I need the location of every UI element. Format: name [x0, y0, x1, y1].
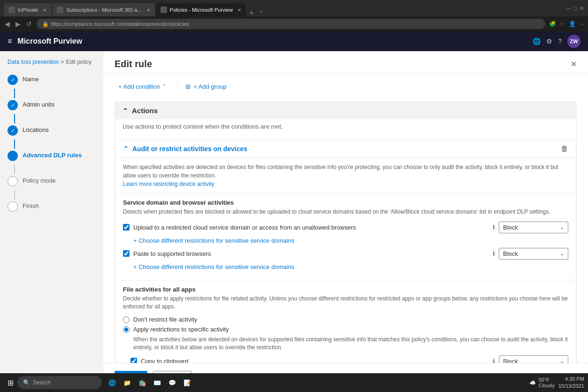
refresh-button[interactable]: ↺ [25, 19, 33, 29]
dont-restrict-label: Don't restrict file activity [133, 316, 197, 323]
dont-restrict-radio[interactable] [123, 316, 130, 323]
panel-close-button[interactable]: ✕ [571, 60, 577, 69]
settings-icon[interactable]: ··· [580, 21, 584, 27]
step-policy-label: Policy mode [23, 176, 56, 184]
hamburger-menu[interactable]: ≡ [8, 37, 12, 46]
step-name[interactable]: ✓ Name [8, 73, 95, 87]
step-locations-label: Locations [23, 125, 49, 133]
maximize-button[interactable]: □ [573, 5, 577, 12]
taskbar-search[interactable]: 🔍 Search [17, 376, 102, 389]
taskbar-mail[interactable]: ✉️ [151, 376, 164, 389]
browser-actions: 🧩 ☆ 👤 ··· [549, 21, 584, 27]
upload-dropdown-wrapper: Audit only Block Block with override [499, 222, 568, 233]
add-condition-label: + Add condition [118, 83, 160, 90]
upload-dropdown[interactable]: Audit only Block Block with override [499, 222, 568, 233]
upload-restriction-link[interactable]: + Choose different restrictions for sens… [133, 237, 568, 244]
service-domain-desc: Detects when protected files are blocked… [123, 208, 568, 216]
add-condition-chevron: ˅ [163, 83, 166, 90]
audit-header-collapse[interactable]: ⌃ Audit or restrict activities on device… [123, 145, 247, 153]
tab-policies-close[interactable]: ✕ [237, 8, 241, 13]
upload-info-icon[interactable]: ℹ [493, 224, 495, 231]
service-domain-title: Service domain and browser activities [123, 199, 568, 206]
user-avatar[interactable]: ZW [567, 35, 580, 48]
search-icon: 🔍 [23, 379, 30, 386]
tab-private[interactable]: InPrivate ✕ [4, 3, 51, 16]
actions-collapse-icon: ⌃ [122, 107, 128, 115]
start-button[interactable]: ⊞ [4, 377, 17, 389]
browser-tabs: InPrivate ✕ Subscriptions - Microsoft 36… [4, 0, 266, 16]
paste-info-icon[interactable]: ℹ [493, 250, 495, 257]
tab-chevron[interactable]: ˅ [257, 10, 266, 16]
step-finish-label: Finish [23, 201, 39, 209]
step-connector-2 [14, 114, 15, 123]
taskbar-edge[interactable]: 🌐 [106, 376, 119, 389]
favorites-icon[interactable]: ☆ [560, 21, 565, 27]
step-admin-units[interactable]: ✓ Admin units [8, 98, 95, 112]
breadcrumb-dlp-link[interactable]: Data loss prevention [8, 59, 59, 65]
step-locations[interactable]: ✓ Locations [8, 123, 95, 138]
extensions-icon[interactable]: 🧩 [549, 21, 556, 27]
tab-subscriptions-close[interactable]: ✕ [146, 8, 150, 13]
content-area: Data loss prevention > Edit policy ✓ Nam… [0, 51, 588, 392]
taskbar-explorer[interactable]: 📁 [121, 376, 134, 389]
panel-content: + Add condition ˅ ⊞ + Add group ⌃ Action… [103, 74, 588, 392]
weather-icon: ☁️ [529, 380, 536, 386]
paste-dropdown-wrapper: Audit only Block Block with override [499, 248, 568, 260]
tab-policies-label: Policies - Microsoft Purview [170, 7, 233, 13]
add-group-button[interactable]: ⊞ + Add group [177, 81, 230, 92]
step-advanced-label: Advanced DLP rules [23, 151, 82, 159]
forward-button[interactable]: ▶ [15, 19, 22, 29]
add-condition-button[interactable]: + Add condition ˅ [115, 81, 170, 92]
audit-delete-button[interactable]: 🗑 [561, 145, 568, 153]
audit-title: Audit or restrict activities on devices [132, 145, 247, 153]
url-bar[interactable]: 🔒 https://compliance.microsoft.com/datal… [37, 19, 545, 29]
step-name-circle: ✓ [8, 75, 18, 85]
tab-subscriptions-label: Subscriptions - Microsoft 365 a... [66, 7, 141, 13]
back-button[interactable]: ◀ [4, 19, 11, 29]
paste-restriction-link[interactable]: + Choose different restrictions for sens… [133, 263, 568, 270]
paste-label: Paste to supported browsers [133, 250, 487, 257]
help-icon[interactable]: ? [558, 38, 562, 45]
audit-collapse-icon: ⌃ [123, 145, 129, 153]
weather-temp: 55°F [539, 377, 555, 383]
paste-dropdown[interactable]: Audit only Block Block with override [499, 248, 568, 260]
audit-description: When specified activities are detected o… [115, 158, 576, 193]
step-connector-3 [14, 139, 15, 149]
apply-restrictions-radio[interactable] [123, 326, 130, 333]
actions-header[interactable]: ⌃ Actions [115, 102, 576, 119]
step-policy-mode[interactable]: Policy mode [8, 174, 95, 188]
clock[interactable]: 4:30 PM 10/13/2021 [558, 376, 584, 390]
paste-checkbox[interactable] [123, 250, 130, 257]
weather-info: 55°F Cloudy [539, 377, 555, 388]
file-activities-desc: Decide whether to apply restrictions for… [123, 295, 568, 311]
taskbar-teams[interactable]: 💬 [166, 376, 179, 389]
step-advanced-circle [8, 151, 18, 161]
step-name-label: Name [23, 75, 39, 83]
purview-tab-icon [160, 7, 167, 13]
close-window-button[interactable]: ✕ [580, 5, 584, 12]
learn-more-link[interactable]: Learn more restricting device activity [123, 181, 214, 187]
profile-icon[interactable]: 👤 [569, 21, 576, 27]
step-finish[interactable]: Finish [8, 200, 95, 214]
step-connector-1 [14, 89, 15, 98]
dont-restrict-row: Don't restrict file activity [123, 316, 568, 323]
new-tab-button[interactable]: + [247, 9, 256, 16]
audit-header: ⌃ Audit or restrict activities on device… [115, 140, 576, 158]
tab-policies[interactable]: Policies - Microsoft Purview ✕ [156, 3, 246, 16]
step-connector-5 [14, 190, 15, 200]
taskbar-word[interactable]: 📝 [181, 376, 194, 389]
weather-condition: Cloudy [539, 383, 555, 388]
step-admin-circle: ✓ [8, 100, 18, 110]
add-group-label: + Add group [193, 83, 226, 90]
actions-section: ⌃ Actions Use actions to protect content… [115, 101, 577, 388]
minimize-button[interactable]: ─ [566, 5, 571, 12]
clock-time: 4:30 PM [558, 376, 584, 383]
tab-subscriptions[interactable]: Subscriptions - Microsoft 365 a... ✕ [52, 3, 154, 16]
step-advanced-dlp[interactable]: Advanced DLP rules [8, 149, 95, 163]
tab-private-close[interactable]: ✕ [43, 8, 46, 13]
private-tab-icon [8, 7, 15, 13]
upload-checkbox[interactable] [123, 224, 130, 231]
taskbar-store[interactable]: 🛍️ [136, 376, 149, 389]
network-icon[interactable]: 🌐 [533, 38, 541, 45]
settings-header-icon[interactable]: ⚙ [546, 38, 552, 45]
